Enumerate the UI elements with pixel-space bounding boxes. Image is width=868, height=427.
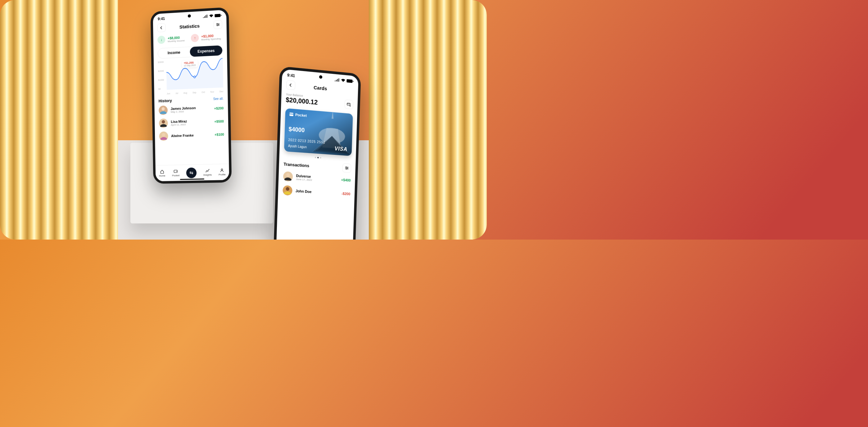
filter-button[interactable] [342,163,351,173]
avatar [159,119,168,128]
nav-label: Pocket [172,174,180,177]
insights-icon [205,168,210,173]
status-time: 9:41 [158,17,165,21]
page-title: Statistics [180,23,199,30]
background-curtain-left [0,0,118,239]
chart-tooltip: +$1,255 13 Sep,2022 [182,60,198,68]
signal-icon [203,14,208,18]
card-balance: $4000 [288,126,305,134]
svg-point-18 [221,169,223,170]
x-tick: Dec [219,90,223,93]
battery-icon [346,79,353,83]
wifi-icon [341,78,345,82]
signal-icon [335,78,340,81]
avatar [283,171,293,182]
nav-label: Insights [203,173,212,176]
svg-rect-19 [346,79,352,83]
svg-point-3 [218,24,219,25]
svg-point-13 [176,171,177,172]
card-network: VISA [334,145,347,152]
avatar [159,131,168,141]
history-row[interactable]: Alwine Franke +$100 [155,128,228,143]
chevron-left-icon [160,26,163,29]
chart-tooltip-date: 13 Sep,2022 [184,64,196,67]
add-card-button[interactable] [344,100,353,109]
history-title: History [159,98,172,103]
svg-rect-21 [347,103,350,105]
card-holder: Ayush Lagun [288,144,307,149]
svg-point-2 [217,23,218,24]
svg-rect-20 [353,81,353,82]
transactions-title: Transactions [283,161,309,168]
y-tick: $3000 [158,61,164,63]
svg-rect-1 [221,14,221,16]
home-icon [160,169,164,174]
phone-cards: 9:41 Cards Your Balance $20,000.12 [274,66,361,239]
swap-icon [189,170,194,175]
x-tick: Aug [183,92,187,94]
y-tick: $1000 [158,79,164,81]
chevron-left-icon [289,83,292,87]
back-button[interactable] [157,23,165,32]
nav-fab[interactable] [186,167,196,178]
credit-card[interactable]: Pocket $4000 2022 0213 2025 2591 Ayush L… [284,108,353,156]
svg-point-24 [346,167,346,168]
background-curtain-right [369,0,487,239]
x-tick: Nov [210,91,214,93]
arrow-up-icon: ↑ [191,34,199,42]
nav-home[interactable]: Home [159,169,165,177]
stat-income: ↓ +$8,000 Monthly Income [157,34,188,44]
card-brand-label: Pocket [295,113,307,118]
wallet-icon [174,169,178,173]
nav-label: Profile [219,173,226,176]
svg-point-4 [217,25,218,26]
svg-point-25 [347,168,348,168]
svg-point-5 [194,76,195,78]
x-tick: Jul [176,92,178,94]
y-tick: $0 [158,88,164,90]
pocket-logo-icon [289,112,294,117]
svg-point-26 [346,168,347,169]
expenses-chart: $3000 $2000 $1000 $0 +$1,255 13 Sep,2022… [158,58,223,95]
tx-amount: -$200 [341,192,350,196]
segment-expenses[interactable]: Expenses [190,45,223,57]
back-button[interactable] [286,80,296,90]
nav-insights[interactable]: Insights [203,168,212,176]
avatar [159,105,168,115]
history-amount: +$200 [214,106,224,110]
x-tick: Sep [192,91,196,93]
history-name: Alwine Franke [171,133,211,138]
x-tick: Jun [167,93,170,95]
wifi-icon [209,14,214,18]
nav-pocket[interactable]: Pocket [172,169,180,177]
avatar [282,185,292,196]
segment-control[interactable]: Income Expenses [158,45,223,59]
phone-statistics: 9:41 Statistics ↓ +$8,000 Monthly Income… [151,7,232,184]
x-tick: Oct [202,91,205,93]
profile-icon [220,168,224,172]
tx-name: John Doe [296,189,339,196]
battery-icon [215,14,221,17]
card-plus-icon [347,102,351,107]
sliders-icon [345,166,349,170]
nav-profile[interactable]: Profile [219,168,226,176]
tx-amount: +$400 [341,178,351,182]
svg-rect-0 [215,14,220,18]
arrow-down-icon: ↓ [157,36,165,44]
filter-button[interactable] [214,20,222,29]
nav-label: Home [159,174,165,177]
history-amount: +$100 [215,132,224,136]
see-all-link[interactable]: See all. [213,97,223,101]
status-time: 9:41 [287,73,295,78]
sliders-icon [216,23,220,27]
history-amount: +$500 [214,120,224,124]
card-brand: Pocket [289,112,307,118]
history-row[interactable]: Lisa MirazApril 11, 2022 +$500 [155,114,228,130]
stat-spending: ↑ +$1,000 Monthly Spending [191,33,223,42]
page-title: Cards [314,85,327,91]
segment-income[interactable]: Income [158,47,190,58]
y-tick: $2000 [158,70,164,72]
